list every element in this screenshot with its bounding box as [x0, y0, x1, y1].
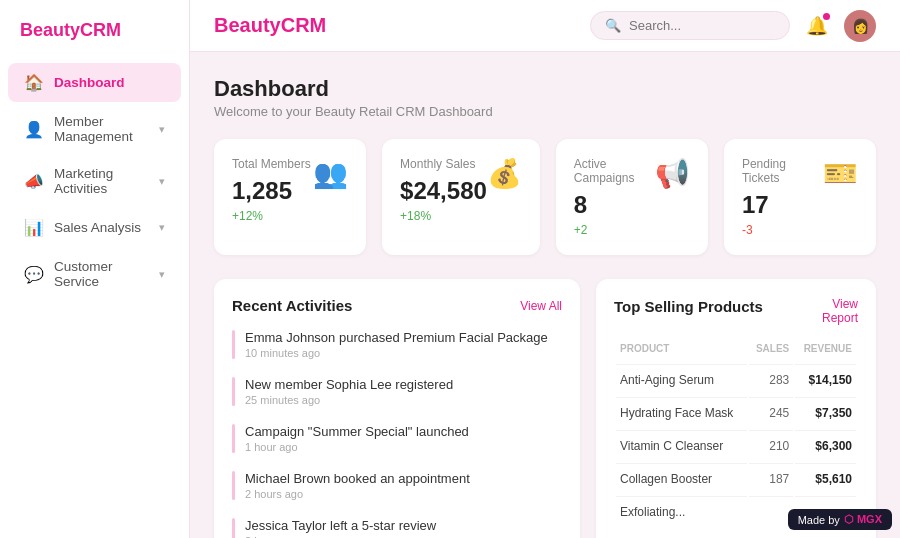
view-report-link[interactable]: ViewReport: [822, 297, 858, 325]
column-header-sales: Sales: [749, 339, 794, 362]
sidebar-label-customer-service: Customer Service: [54, 259, 149, 289]
product-name: Vitamin C Cleanser: [616, 430, 747, 461]
product-name: Exfoliating...: [616, 496, 747, 527]
list-item: Jessica Taylor left a 5-star review 3 ho…: [232, 518, 562, 538]
stat-value-pending-tickets: 17: [742, 191, 823, 219]
stat-icon-pending-tickets: 🎫: [823, 157, 858, 190]
sidebar: BeautyCRM 🏠 Dashboard 👤 Member Managemen…: [0, 0, 190, 538]
search-input[interactable]: [629, 18, 775, 33]
stat-icon-monthly-sales: 💰: [487, 157, 522, 190]
activity-text: New member Sophia Lee registered: [245, 377, 453, 392]
activity-bar: [232, 377, 235, 406]
activity-content: New member Sophia Lee registered 25 minu…: [245, 377, 453, 406]
chevron-icon-sales-analysis: ▾: [159, 221, 165, 234]
stat-info-active-campaigns: Active Campaigns 8 +2: [574, 157, 655, 237]
product-sales: 283: [749, 364, 794, 395]
product-revenue: $14,150: [795, 364, 856, 395]
topbar-right: 🔍 🔔 👩: [590, 10, 876, 42]
activity-time: 2 hours ago: [245, 488, 470, 500]
stat-card-active-campaigns: Active Campaigns 8 +2 📢: [556, 139, 708, 255]
sidebar-logo: BeautyCRM: [0, 16, 189, 61]
table-row: Hydrating Face Mask 245 $7,350: [616, 397, 856, 428]
marketing-activities-icon: 📣: [24, 172, 44, 191]
activity-text: Jessica Taylor left a 5-star review: [245, 518, 436, 533]
main-content: BeautyCRM 🔍 🔔 👩 Dashboard Welcome to you…: [190, 0, 900, 538]
stat-value-total-members: 1,285: [232, 177, 311, 205]
search-icon: 🔍: [605, 18, 621, 33]
recent-activities-title: Recent Activities: [232, 297, 352, 314]
sidebar-label-sales-analysis: Sales Analysis: [54, 220, 141, 235]
stat-label-active-campaigns: Active Campaigns: [574, 157, 655, 185]
product-revenue: $5,610: [795, 463, 856, 494]
activity-bar: [232, 518, 235, 538]
activity-time: 25 minutes ago: [245, 394, 453, 406]
sidebar-label-marketing-activities: Marketing Activities: [54, 166, 149, 196]
made-by-label: Made by: [798, 514, 840, 526]
search-box[interactable]: 🔍: [590, 11, 790, 40]
notifications-button[interactable]: 🔔: [806, 15, 828, 37]
top-selling-card: Top Selling Products ViewReport ProductS…: [596, 279, 876, 538]
chevron-icon-member-management: ▾: [159, 123, 165, 136]
stat-change-pending-tickets: -3: [742, 223, 823, 237]
user-avatar[interactable]: 👩: [844, 10, 876, 42]
product-revenue: $6,300: [795, 430, 856, 461]
sidebar-item-sales-analysis[interactable]: 📊 Sales Analysis ▾: [8, 208, 181, 247]
page-title: Dashboard: [214, 76, 876, 102]
activities-list: Emma Johnson purchased Premium Facial Pa…: [232, 330, 562, 538]
product-sales: [749, 496, 794, 527]
sidebar-item-member-management[interactable]: 👤 Member Management ▾: [8, 104, 181, 154]
stat-info-total-members: Total Members 1,285 +12%: [232, 157, 311, 223]
column-header-product: Product: [616, 339, 747, 362]
list-item: Emma Johnson purchased Premium Facial Pa…: [232, 330, 562, 359]
list-item: Campaign "Summer Special" launched 1 hou…: [232, 424, 562, 453]
table-row: Anti-Aging Serum 283 $14,150: [616, 364, 856, 395]
stat-card-monthly-sales: Monthly Sales $24,580 +18% 💰: [382, 139, 540, 255]
topbar: BeautyCRM 🔍 🔔 👩: [190, 0, 900, 52]
stat-info-monthly-sales: Monthly Sales $24,580 +18%: [400, 157, 487, 223]
sidebar-item-marketing-activities[interactable]: 📣 Marketing Activities ▾: [8, 156, 181, 206]
stats-row: Total Members 1,285 +12% 👥 Monthly Sales…: [214, 139, 876, 255]
stat-change-active-campaigns: +2: [574, 223, 655, 237]
stat-card-total-members: Total Members 1,285 +12% 👥: [214, 139, 366, 255]
stat-label-total-members: Total Members: [232, 157, 311, 171]
activity-text: Campaign "Summer Special" launched: [245, 424, 469, 439]
page-content: Dashboard Welcome to your Beauty Retail …: [190, 52, 900, 538]
stat-label-monthly-sales: Monthly Sales: [400, 157, 487, 171]
product-table: ProductSalesRevenue Anti-Aging Serum 283…: [614, 337, 858, 529]
member-management-icon: 👤: [24, 120, 44, 139]
activity-time: 10 minutes ago: [245, 347, 548, 359]
notification-dot: [823, 13, 830, 20]
made-by-badge: Made by ⬡ MGX: [788, 509, 892, 530]
list-item: New member Sophia Lee registered 25 minu…: [232, 377, 562, 406]
activity-text: Michael Brown booked an appointment: [245, 471, 470, 486]
view-all-link[interactable]: View All: [520, 299, 562, 313]
product-name: Hydrating Face Mask: [616, 397, 747, 428]
activity-content: Michael Brown booked an appointment 2 ho…: [245, 471, 470, 500]
stat-icon-active-campaigns: 📢: [655, 157, 690, 190]
customer-service-icon: 💬: [24, 265, 44, 284]
activity-bar: [232, 471, 235, 500]
sidebar-item-customer-service[interactable]: 💬 Customer Service ▾: [8, 249, 181, 299]
stat-info-pending-tickets: Pending Tickets 17 -3: [742, 157, 823, 237]
activity-bar: [232, 330, 235, 359]
activity-content: Campaign "Summer Special" launched 1 hou…: [245, 424, 469, 453]
dashboard-icon: 🏠: [24, 73, 44, 92]
sidebar-label-member-management: Member Management: [54, 114, 149, 144]
sidebar-item-dashboard[interactable]: 🏠 Dashboard: [8, 63, 181, 102]
table-row: Collagen Booster 187 $5,610: [616, 463, 856, 494]
top-selling-header: Top Selling Products ViewReport: [614, 297, 858, 325]
activity-text: Emma Johnson purchased Premium Facial Pa…: [245, 330, 548, 345]
stat-change-total-members: +12%: [232, 209, 311, 223]
stat-icon-total-members: 👥: [313, 157, 348, 190]
topbar-brand: BeautyCRM: [214, 14, 326, 37]
column-header-revenue: Revenue: [795, 339, 856, 362]
sales-analysis-icon: 📊: [24, 218, 44, 237]
product-sales: 245: [749, 397, 794, 428]
product-name: Collagen Booster: [616, 463, 747, 494]
recent-activities-header: Recent Activities View All: [232, 297, 562, 314]
activity-content: Emma Johnson purchased Premium Facial Pa…: [245, 330, 548, 359]
product-name: Anti-Aging Serum: [616, 364, 747, 395]
page-subtitle: Welcome to your Beauty Retail CRM Dashbo…: [214, 104, 876, 119]
chevron-icon-marketing-activities: ▾: [159, 175, 165, 188]
made-by-brand: ⬡ MGX: [844, 513, 882, 526]
